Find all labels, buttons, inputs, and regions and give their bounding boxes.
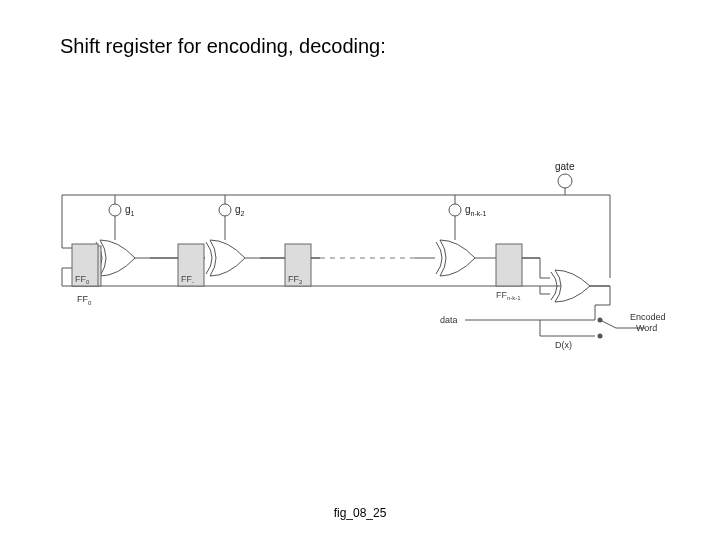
output-label-2: Word xyxy=(636,323,657,333)
data-label: data xyxy=(440,315,458,325)
svg-rect-35 xyxy=(496,244,522,286)
flipflop-nk1 xyxy=(496,244,522,286)
xor-gate-icon xyxy=(206,240,245,276)
figure-id: fig_08_25 xyxy=(0,506,720,520)
gate-node-icon xyxy=(558,174,572,188)
dx-label: D(x) xyxy=(555,340,572,350)
coeff-gnk1-icon xyxy=(449,204,461,216)
output-label-1: Encoded xyxy=(630,312,666,322)
xor-gate-icon xyxy=(551,270,590,302)
coeff-g2-icon xyxy=(219,204,231,216)
ffnk1-label: FFn-k-1 xyxy=(496,290,521,301)
ff0-label: FF0 xyxy=(77,294,92,306)
circuit-diagram: gate g1 FF0 g2 gn-k-1 xyxy=(0,0,720,540)
xor-gate-icon xyxy=(96,240,135,276)
g2-label: g2 xyxy=(235,204,245,217)
coeff-g1-icon xyxy=(109,204,121,216)
switch-terminal-icon xyxy=(598,334,603,339)
gate-label: gate xyxy=(555,161,575,172)
gnk1-label: gn-k-1 xyxy=(465,204,487,217)
g1-label: g1 xyxy=(125,204,135,217)
xor-gate-icon xyxy=(436,240,475,276)
svg-line-41 xyxy=(600,320,616,328)
